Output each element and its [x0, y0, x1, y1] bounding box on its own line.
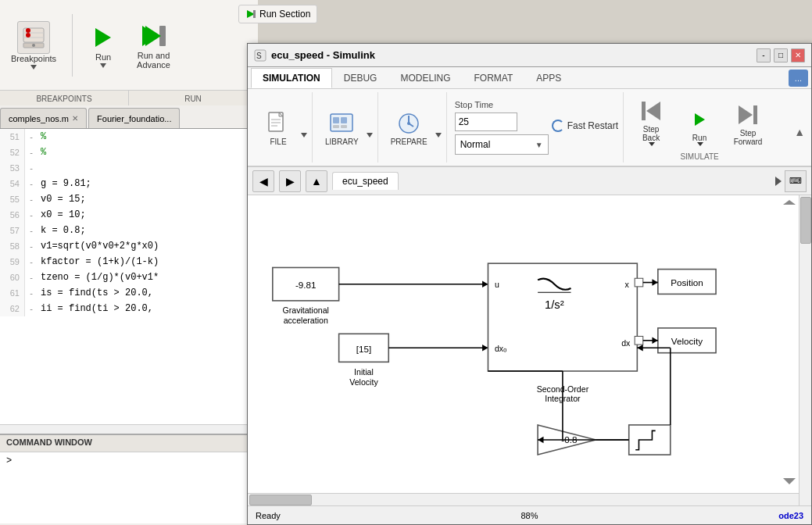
minimize-button[interactable]: - [757, 48, 771, 62]
svg-point-6 [32, 44, 35, 47]
matlab-toolbar: Breakpoints Run Run andAdvance [0, 0, 258, 105]
step-back-label: StepBack [642, 125, 660, 142]
code-line-59: 59 - kfactor = (1+k)/(1-k) [0, 254, 257, 270]
code-line-51: 51 - % [0, 129, 257, 145]
arrow-integ-pos [652, 279, 657, 285]
run-section-icon [245, 9, 256, 20]
stop-time-group: Stop Time Normal ▼ [455, 100, 549, 155]
step-back-button[interactable]: StepBack [631, 94, 671, 149]
tab-debug[interactable]: DEBUG [332, 68, 389, 88]
step-forward-label: StepForward [734, 129, 763, 146]
tab-comples-label: comples_nos.m [9, 114, 69, 123]
ribbon-group-simulation: Stop Time Normal ▼ Fast Restart [450, 92, 624, 162]
code-horizontal-scrollbar[interactable] [0, 424, 258, 434]
prepare-btn[interactable]: PREPARE [386, 106, 432, 149]
code-line-53: 53 - [0, 160, 257, 176]
tab-apps[interactable]: APPS [524, 68, 573, 88]
ribbon-tabs-bar: SIMULATION DEBUG MODELING FORMAT APPS ..… [248, 67, 811, 89]
tab-comples-nos[interactable]: comples_nos.m ✕ [0, 108, 87, 128]
canvas-toolbar: ◀ ▶ ▲ ecu_speed ⌨ [248, 167, 811, 195]
canvas-horizontal-scrollbar[interactable] [248, 493, 799, 505]
keyboard-icon[interactable]: ⌨ [785, 170, 807, 192]
canvas-expand-icon [775, 177, 782, 186]
run-advance-icon [139, 21, 169, 51]
up-nav-button[interactable]: ▲ [306, 170, 327, 192]
simulate-section-label: SIMULATE [680, 152, 718, 161]
close-button[interactable]: ✕ [791, 48, 805, 62]
breakpoints-label: Breakpoints [11, 54, 56, 63]
mode-dropdown[interactable]: Normal ▼ [455, 134, 549, 155]
mode-dropdown-arrow-icon: ▼ [535, 141, 543, 149]
arrow-integ-vel [652, 338, 657, 344]
run-advance-label: Run andAdvance [137, 51, 170, 70]
library-label: LIBRARY [325, 138, 359, 146]
svg-point-4 [26, 33, 30, 38]
fast-restart-button[interactable]: Fast Restart [552, 120, 618, 132]
code-line-58: 58 - v1=sqrt(v0*v0+2*g*x0) [0, 238, 257, 254]
ribbon-collapse-icon[interactable]: ▲ [794, 126, 805, 138]
stop-time-label: Stop Time [455, 100, 549, 109]
simulink-titlebar: S ecu_speed - Simulink - □ ✕ [248, 44, 811, 67]
svg-rect-23 [341, 125, 347, 128]
integrator-block[interactable] [488, 263, 637, 371]
tab-comples-close[interactable]: ✕ [72, 114, 78, 123]
tab-fourier[interactable]: Fourier_foundatio... [88, 108, 180, 128]
step-forward-button[interactable]: StepForward [728, 98, 767, 149]
breakpoints-section-label: BREAKPOINTS [0, 91, 129, 107]
port-dx-label: dx [621, 338, 631, 348]
forward-nav-button[interactable]: ▶ [279, 170, 301, 192]
canvas-tab-ecu-speed[interactable]: ecu_speed [332, 172, 399, 190]
window-controls: - □ ✕ [757, 48, 805, 62]
grav-label1: Gravitational [282, 305, 328, 315]
v-scrollbar-thumb[interactable] [800, 197, 811, 244]
arrow-sat-up [637, 345, 642, 351]
integrator-out-dx-indicator [635, 336, 643, 345]
file-btn[interactable]: FILE [259, 106, 298, 149]
svg-point-27 [407, 122, 410, 125]
code-line-61: 61 - is = find(ts > 20.0, [0, 285, 257, 301]
run-sim-button[interactable]: Run [680, 102, 719, 149]
breakpoints-button[interactable]: Breakpoints [5, 18, 63, 73]
run-button[interactable]: Run [82, 20, 124, 71]
arrow-grav-integ [482, 280, 488, 287]
svg-rect-22 [333, 125, 339, 128]
maximize-button[interactable]: □ [774, 48, 788, 62]
svg-point-3 [26, 28, 30, 33]
back-nav-button[interactable]: ◀ [252, 170, 274, 192]
tab-modeling[interactable]: MODELING [388, 68, 462, 88]
code-line-56: 56 - x0 = 10; [0, 207, 257, 223]
run-section-label: RUN [129, 91, 258, 107]
position-label: Position [671, 277, 703, 288]
divider1 [72, 14, 73, 77]
port-u-label: u [495, 280, 499, 289]
grav-label2: acceleration [284, 316, 328, 325]
library-dropdown-icon [367, 133, 373, 138]
h-scrollbar-thumb[interactable] [249, 495, 312, 505]
titlebar-left: S ecu_speed - Simulink [254, 49, 375, 62]
stop-time-input[interactable] [455, 112, 517, 131]
port-x-label: x [624, 280, 629, 289]
mode-dropdown-value: Normal [460, 139, 491, 150]
tab-fourier-label: Fourier_foundatio... [97, 114, 171, 123]
command-window-content[interactable]: > [0, 452, 258, 470]
code-line-54: 54 - g = 9.81; [0, 176, 257, 191]
code-line-57: 57 - k = 0.8; [0, 223, 257, 238]
integrator-out-x-indicator [635, 278, 643, 287]
status-zoom: 88% [520, 511, 538, 520]
prepare-icon [395, 109, 423, 138]
prepare-dropdown-icon [435, 133, 442, 138]
canvas-vertical-scrollbar[interactable] [799, 195, 811, 505]
ribbon-more-button[interactable]: ... [789, 70, 808, 87]
run-sim-dropdown-icon [697, 142, 703, 146]
integrator-symbol: 1/s² [545, 298, 564, 311]
file-dropdown-icon [301, 133, 307, 138]
tab-format[interactable]: FORMAT [462, 68, 524, 88]
tab-simulation[interactable]: SIMULATION [251, 68, 332, 88]
code-line-62: 62 - ii = find(ti > 20.0, [0, 301, 257, 316]
editor-tabs-bar: comples_nos.m ✕ Fourier_foundatio... [0, 105, 258, 129]
breakpoints-dropdown-icon [30, 65, 37, 70]
library-btn[interactable]: LIBRARY [320, 106, 363, 149]
run-advance-button[interactable]: Run andAdvance [131, 18, 177, 73]
svg-text:S: S [256, 52, 262, 60]
run-section-button[interactable]: Run Section [238, 5, 317, 23]
